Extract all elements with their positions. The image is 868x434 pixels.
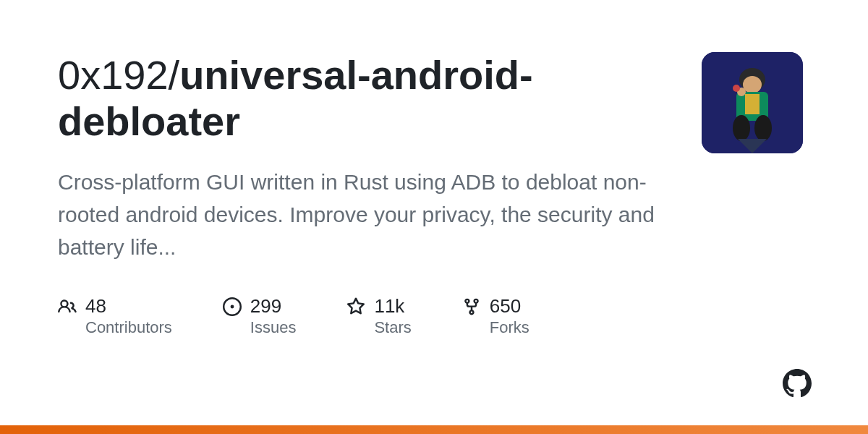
- issues-count: 299: [250, 295, 297, 318]
- contributors-count: 48: [85, 295, 172, 318]
- stat-issues[interactable]: 299 Issues: [223, 295, 297, 339]
- avatar-image: [702, 52, 803, 153]
- repo-stats: 48 Contributors 299 Issues: [58, 295, 673, 339]
- forks-count: 650: [490, 295, 529, 318]
- repo-title[interactable]: 0x192/universal-android-debloater: [58, 52, 673, 145]
- repo-description: Cross-platform GUI written in Rust using…: [58, 166, 673, 263]
- stars-count: 11k: [374, 295, 411, 318]
- issues-label: Issues: [250, 318, 297, 339]
- star-icon: [346, 297, 365, 316]
- contributors-label: Contributors: [85, 318, 172, 339]
- stat-stars[interactable]: 11k Stars: [346, 295, 411, 339]
- repo-owner: 0x192: [58, 52, 169, 98]
- stat-forks[interactable]: 650 Forks: [462, 295, 529, 339]
- issue-icon: [223, 297, 242, 316]
- repo-avatar[interactable]: [702, 52, 803, 153]
- svg-point-5: [733, 115, 750, 141]
- svg-point-6: [754, 115, 772, 141]
- svg-point-2: [743, 76, 762, 93]
- language-bar: [0, 425, 868, 434]
- fork-icon: [462, 297, 481, 316]
- stars-label: Stars: [374, 318, 411, 339]
- stat-contributors[interactable]: 48 Contributors: [58, 295, 172, 339]
- svg-point-9: [733, 85, 740, 92]
- people-icon: [58, 297, 77, 316]
- github-logo-icon[interactable]: [783, 369, 812, 398]
- svg-rect-4: [745, 94, 760, 114]
- forks-label: Forks: [490, 318, 529, 339]
